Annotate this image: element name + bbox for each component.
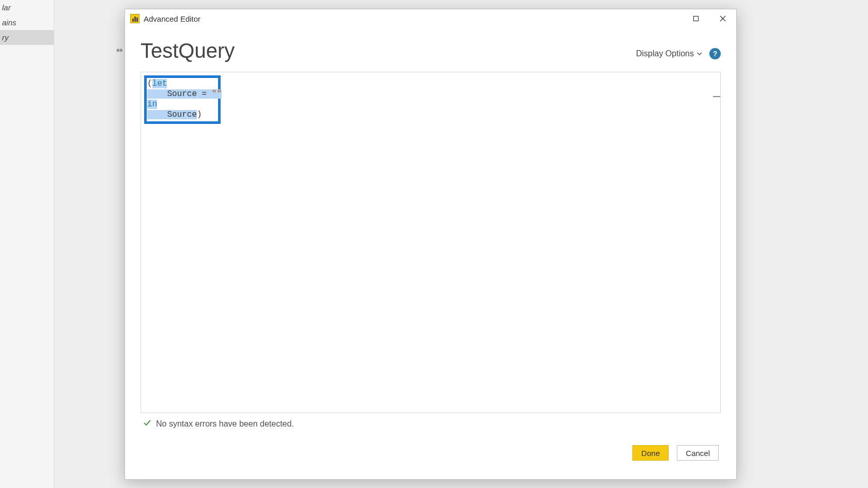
code-string: "" bbox=[212, 89, 222, 99]
code-ident: Source = bbox=[167, 89, 211, 99]
header-row: TestQuery Display Options ? bbox=[141, 39, 721, 62]
code-ident: Source bbox=[167, 110, 197, 119]
powerbi-icon bbox=[130, 14, 140, 23]
status-row: No syntax errors have been detected. bbox=[141, 413, 721, 432]
checkmark-icon bbox=[143, 418, 152, 430]
chevron-down-icon bbox=[697, 52, 702, 55]
maximize-button[interactable] bbox=[683, 9, 709, 28]
resize-cursor-icon: ⇔ bbox=[116, 45, 122, 55]
status-text: No syntax errors have been detected. bbox=[156, 419, 294, 429]
help-button[interactable]: ? bbox=[709, 48, 721, 59]
code-keyword-in: in bbox=[147, 100, 157, 109]
queries-sidebar: lar ains ry bbox=[0, 0, 54, 488]
done-button[interactable]: Done bbox=[632, 445, 669, 461]
display-options-label: Display Options bbox=[636, 49, 694, 58]
advanced-editor-dialog: Advanced Editor TestQuery Display Option… bbox=[125, 9, 737, 480]
titlebar[interactable]: Advanced Editor bbox=[125, 9, 736, 28]
code-text[interactable]: (let Source = "" in Source) bbox=[147, 78, 710, 407]
svg-rect-1 bbox=[694, 17, 699, 21]
header-controls: Display Options ? bbox=[636, 48, 721, 62]
dialog-title: Advanced Editor bbox=[144, 14, 200, 23]
dialog-content: TestQuery Display Options ? (let Source … bbox=[125, 28, 736, 479]
display-options-dropdown[interactable]: Display Options bbox=[636, 49, 702, 58]
code-indent bbox=[147, 89, 167, 99]
sidebar-item[interactable]: ry bbox=[0, 30, 54, 45]
code-paren: ( bbox=[147, 79, 152, 88]
app-stage: lar ains ry ⇔ Advanced Editor TestQuery bbox=[0, 0, 868, 488]
minimize-button[interactable] bbox=[656, 9, 683, 28]
code-paren: ) bbox=[197, 110, 202, 119]
code-editor[interactable]: (let Source = "" in Source) bbox=[141, 72, 721, 413]
cancel-button[interactable]: Cancel bbox=[677, 445, 719, 461]
sidebar-item[interactable]: lar bbox=[0, 0, 54, 15]
code-indent bbox=[147, 110, 167, 119]
button-row: Done Cancel bbox=[141, 432, 721, 474]
help-icon: ? bbox=[713, 50, 718, 58]
editor-scrollbar[interactable] bbox=[713, 93, 718, 103]
code-keyword-let: let bbox=[152, 79, 167, 88]
query-name-heading: TestQuery bbox=[141, 39, 235, 62]
close-button[interactable] bbox=[709, 9, 736, 28]
sidebar-item[interactable]: ains bbox=[0, 15, 54, 30]
